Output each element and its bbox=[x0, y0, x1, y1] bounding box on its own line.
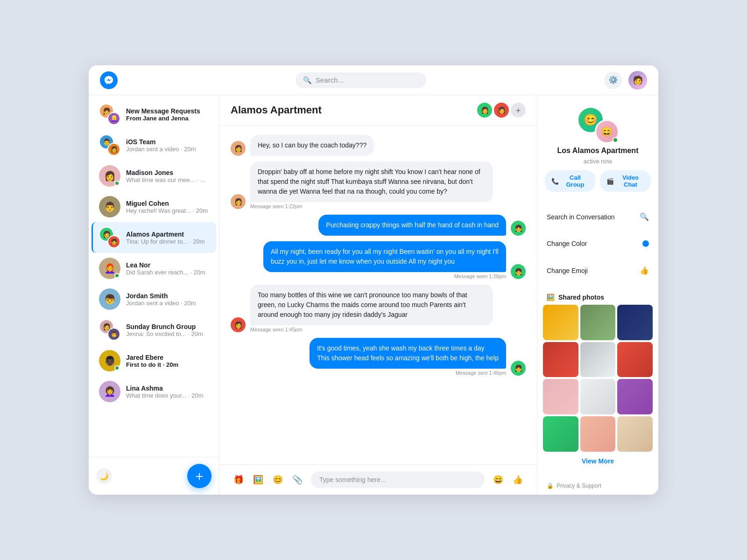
conversation-info: iOS Team Jordan sent a video · 20m bbox=[126, 138, 209, 153]
conversation-name: Lina Ashma bbox=[126, 385, 209, 392]
conversation-item-lina-ashma[interactable]: 👩‍🦱 Lina Ashma What time does your... · … bbox=[92, 376, 216, 407]
photo-thumbnail-8[interactable] bbox=[617, 379, 653, 414]
avatar-stacked: 👩 👨 bbox=[99, 319, 120, 341]
image-button[interactable]: 🖼️ bbox=[250, 472, 266, 488]
photos-grid bbox=[537, 305, 658, 452]
call-group-button[interactable]: 📞 Call Group bbox=[545, 170, 595, 192]
conversation-preview: What time was our mee... · 20m bbox=[126, 176, 209, 183]
message-meta: Message sent 1:46pm bbox=[310, 370, 506, 376]
sidebar: 👧 👱‍♀️ New Message Requests From Jane an… bbox=[89, 95, 219, 495]
photo-thumbnail-4[interactable] bbox=[580, 342, 616, 378]
conversation-name: Jordan Smith bbox=[126, 292, 209, 300]
photo-thumbnail-6[interactable] bbox=[543, 379, 578, 414]
photo-thumbnail-2[interactable] bbox=[617, 305, 653, 340]
dark-mode-button[interactable]: 🌙 bbox=[96, 468, 112, 484]
conversation-name: iOS Team bbox=[126, 138, 209, 146]
message-row-msg1: 👩 Hey, so I can buy the coach today??? bbox=[231, 135, 526, 156]
message-column: Too many bottles of this wine we can't p… bbox=[250, 285, 493, 332]
message-row-msg5: 👩 Too many bottles of this wine we can't… bbox=[231, 285, 526, 332]
message-avatar: 👧 bbox=[511, 264, 526, 279]
change-color-option[interactable]: Change Color bbox=[537, 234, 658, 253]
online-indicator bbox=[613, 137, 618, 143]
top-bar: 🔍 ⚙️ 🧑 bbox=[89, 65, 658, 95]
conversation-item-madison-jones[interactable]: 👩 Madison Jones What time was our mee...… bbox=[92, 161, 216, 191]
shared-photos-label: Shared photos bbox=[558, 294, 604, 301]
message-bubble: It's good times, yeah she wash my back t… bbox=[310, 338, 506, 369]
message-column: Purchasing crappy things with half the h… bbox=[318, 215, 506, 236]
conversation-info: Lina Ashma What time does your... · 20m bbox=[126, 385, 209, 399]
online-dot bbox=[114, 273, 120, 278]
avatar-2: 👱‍♀️ bbox=[107, 112, 120, 125]
online-dot bbox=[114, 181, 120, 186]
chat-participant-avatar-1: 👩 bbox=[477, 103, 492, 118]
change-emoji-option[interactable]: Change Emoji 👍 bbox=[537, 260, 658, 280]
conversation-preview: Jordan sent a video · 20m bbox=[126, 146, 209, 153]
right-action-buttons: 📞 Call Group 🎬 Video Chat bbox=[545, 170, 651, 192]
app-window: 🔍 ⚙️ 🧑 👧 👱‍♀️ New Message Requests From … bbox=[89, 65, 658, 495]
conversation-name: Lea Nor bbox=[126, 261, 209, 269]
search-in-conversation-label: Search in Conversation bbox=[547, 213, 615, 221]
photo-thumbnail-3[interactable] bbox=[543, 342, 578, 378]
conversation-item-alamos-apartment[interactable]: 👩 👧 Alamos Apartment Tina: Up for dinner… bbox=[92, 222, 216, 253]
message-avatar: 👩 bbox=[231, 317, 246, 332]
avatar-2: 👨 bbox=[107, 328, 120, 341]
thumbs-up-emoji-icon: 👍 bbox=[640, 266, 649, 275]
thumbs-up-button[interactable]: 👍 bbox=[510, 472, 526, 488]
avatar: 👦 bbox=[99, 288, 120, 310]
message-column: All my night, been ready for you all my … bbox=[263, 241, 506, 279]
conversation-item-sunday-brunch[interactable]: 👩 👨 Sunday Brunch Group Jenna: So excite… bbox=[92, 315, 216, 345]
conversation-info: Sunday Brunch Group Jenna: So excited to… bbox=[126, 323, 209, 337]
photo-thumbnail-11[interactable] bbox=[617, 416, 653, 452]
messenger-logo bbox=[100, 71, 118, 89]
change-emoji-label: Change Emoji bbox=[547, 267, 588, 274]
conversation-preview: Did Sarah ever reach... · 20m bbox=[126, 269, 209, 276]
chat-title: Alamos Apartment bbox=[231, 104, 322, 116]
conversation-item-lea-nor[interactable]: 👩‍🦰 Lea Nor Did Sarah ever reach... · 20… bbox=[92, 253, 216, 284]
view-more-link[interactable]: View More bbox=[537, 452, 658, 470]
conversation-item-jordan-smith[interactable]: 👦 Jordan Smith Jordan sent a video · 20m bbox=[92, 284, 216, 315]
search-icon: 🔍 bbox=[303, 76, 312, 84]
photo-thumbnail-5[interactable] bbox=[617, 342, 653, 378]
photo-thumbnail-10[interactable] bbox=[580, 416, 616, 452]
conversation-item-jared-ebere[interactable]: 👨🏿 Jared Ebere First to do it · 20m bbox=[92, 345, 216, 376]
avatar-wrap: 👨🏿 bbox=[99, 350, 120, 371]
photo-thumbnail-9[interactable] bbox=[543, 416, 578, 452]
conversation-item-new-requests[interactable]: 👧 👱‍♀️ New Message Requests From Jane an… bbox=[92, 99, 216, 130]
conversation-name: Alamos Apartment bbox=[126, 231, 209, 238]
attachment-gift-button[interactable]: 🎁 bbox=[231, 472, 247, 488]
conversation-info: New Message Requests From Jane and Jenna bbox=[126, 107, 209, 122]
add-people-button[interactable]: ＋ bbox=[511, 103, 526, 118]
online-dot bbox=[114, 365, 120, 371]
conversation-item-ios-team[interactable]: 👨 👩 iOS Team Jordan sent a video · 20m bbox=[92, 130, 216, 161]
conversation-preview: Jenna: So excited to... · 20m bbox=[126, 330, 209, 337]
avatar-stacked: 👨 👩 bbox=[99, 134, 120, 156]
message-bubble: Droppin' baby off at home before my nigh… bbox=[250, 161, 493, 202]
conversation-item-miguel-cohen[interactable]: 👨 Miguel Cohen Hey rachel! Was great... … bbox=[92, 191, 216, 222]
message-meta: Message seen 1:28pm bbox=[263, 273, 506, 279]
privacy-icon: 🔒 bbox=[547, 483, 554, 489]
video-chat-button[interactable]: 🎬 Video Chat bbox=[600, 170, 651, 192]
message-column: Droppin' baby off at home before my nigh… bbox=[250, 161, 493, 209]
search-in-conversation-option[interactable]: Search in Conversation 🔍 bbox=[537, 207, 658, 227]
privacy-support[interactable]: 🔒 Privacy & Support bbox=[537, 478, 658, 494]
emoji-sticker-button[interactable]: 😊 bbox=[270, 472, 286, 488]
conversation-preview: First to do it · 20m bbox=[126, 361, 209, 368]
new-chat-button[interactable]: ＋ bbox=[187, 464, 211, 488]
message-column: It's good times, yeah she wash my back t… bbox=[310, 338, 506, 376]
message-input[interactable] bbox=[311, 471, 485, 488]
avatar-wrap: 👦 bbox=[99, 288, 120, 310]
conversation-preview: Tina: Up for dinner to... · 20m bbox=[126, 238, 209, 245]
input-actions: 🎁 🖼️ 😊 📎 bbox=[231, 472, 305, 488]
group-status: active now bbox=[584, 158, 612, 165]
avatar-wrap: 👩‍🦱 bbox=[99, 381, 120, 402]
global-search-input[interactable] bbox=[316, 76, 419, 84]
photo-thumbnail-1[interactable] bbox=[580, 305, 616, 340]
photo-thumbnail-7[interactable] bbox=[580, 379, 616, 414]
settings-button[interactable]: ⚙️ bbox=[604, 71, 622, 89]
message-bubble: Too many bottles of this wine we can't p… bbox=[250, 285, 493, 325]
photo-thumbnail-0[interactable] bbox=[543, 305, 578, 340]
conversation-info: Alamos Apartment Tina: Up for dinner to.… bbox=[126, 231, 209, 245]
chat-participant-avatar-2: 👩 bbox=[494, 103, 509, 118]
attach-file-button[interactable]: 📎 bbox=[289, 472, 305, 488]
emoji-button[interactable]: 😄 bbox=[490, 472, 506, 488]
